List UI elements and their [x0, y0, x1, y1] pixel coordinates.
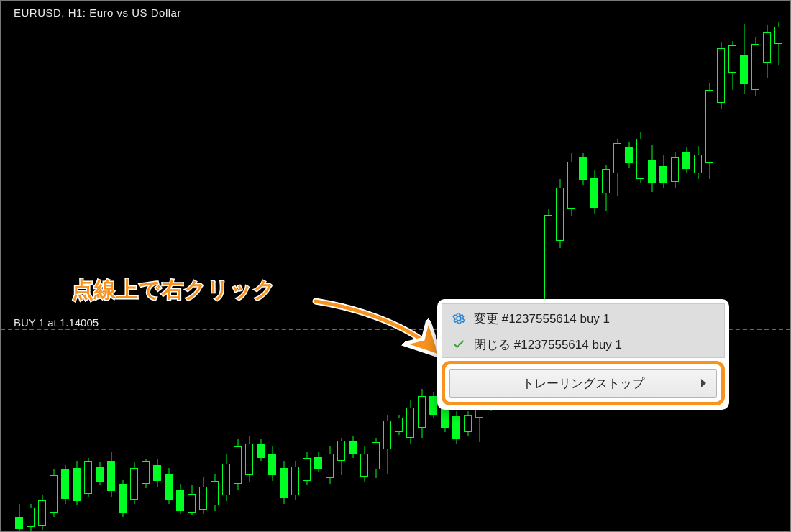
menu-item-modify[interactable]: 変更 #1237555614 buy 1	[442, 306, 724, 331]
menu-item-label: 閉じる #1237555614 buy 1	[474, 336, 622, 353]
menu-item-label: 変更 #1237555614 buy 1	[474, 311, 610, 327]
menu-item-close[interactable]: 閉じる #1237555614 buy 1	[442, 331, 724, 357]
annotation-callout: 点線上で右クリック	[72, 275, 276, 305]
check-icon	[451, 338, 467, 351]
context-menu: 変更 #1237555614 buy 1 閉じる #1237555614 buy…	[437, 299, 729, 410]
menu-item-trailing-stop[interactable]: トレーリングストップ	[449, 369, 717, 398]
entry-price-label: BUY 1 at 1.14005	[14, 316, 99, 329]
candlestick-series	[1, 1, 790, 531]
menu-item-label: トレーリングストップ	[522, 375, 644, 392]
gear-icon	[451, 312, 467, 325]
chart-area[interactable]: EURUSD, H1: Euro vs US Dollar BUY 1 at 1…	[0, 0, 791, 532]
highlight-frame: トレーリングストップ	[442, 361, 725, 405]
chevron-right-icon	[701, 379, 706, 387]
